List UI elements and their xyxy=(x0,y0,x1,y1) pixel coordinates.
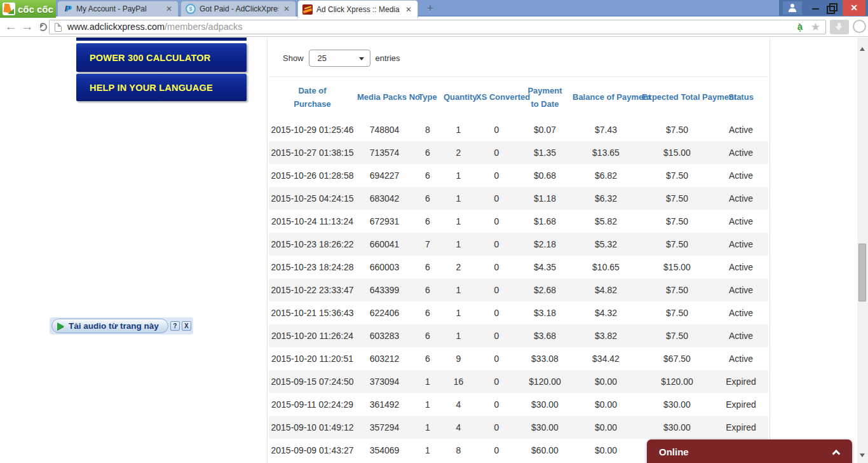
table-cell: 2015-09-11 02:24:29 xyxy=(269,393,356,416)
table-cell: 2015-10-21 15:36:43 xyxy=(269,301,356,324)
table-row: 2015-10-29 01:25:46748804810$0.07$7.43$7… xyxy=(269,118,768,141)
table-cell: Active xyxy=(714,301,768,324)
table-cell: $1.18 xyxy=(519,187,571,210)
close-button[interactable]: ✕ xyxy=(843,0,865,16)
table-cell: $120.00 xyxy=(641,370,714,393)
table-cell: 1 xyxy=(413,393,442,416)
chat-status-label: Online xyxy=(647,446,689,457)
table-cell: $5.32 xyxy=(571,233,641,256)
table-cell: 0 xyxy=(475,416,519,439)
chat-online-bar[interactable]: Online xyxy=(647,439,852,463)
table-cell: 2015-10-20 11:26:24 xyxy=(269,324,356,347)
scrollbar-thumb[interactable] xyxy=(858,244,866,301)
sidebar-item-help-in-your-language[interactable]: HELP IN YOUR LANGUAGE xyxy=(76,74,247,101)
coccoc-menu-button[interactable]: cốc cốc xyxy=(0,0,56,18)
play-audio-button[interactable]: Tải audio từ trang này xyxy=(51,319,168,333)
download-icon[interactable] xyxy=(830,20,849,34)
column-header[interactable]: Balance of Payment xyxy=(571,77,641,118)
table-cell: $0.00 xyxy=(571,439,641,462)
column-header[interactable]: XS Converted xyxy=(475,77,519,118)
table-cell: $67.50 xyxy=(641,347,714,370)
scroll-up-icon[interactable] xyxy=(857,41,868,52)
scroll-down-icon[interactable] xyxy=(857,450,868,460)
back-icon[interactable]: ← xyxy=(4,20,18,34)
table-cell: 2015-10-29 01:25:46 xyxy=(269,118,356,141)
table-cell: 2015-10-24 11:13:24 xyxy=(269,210,356,233)
table-row: 2015-10-23 18:24:28660003620$4.35$10.65$… xyxy=(269,256,768,279)
table-cell: 2015-10-25 04:24:15 xyxy=(269,187,356,210)
tab-adclickxpress-active[interactable]: Ad Click Xpress :: Media Pa ✕ xyxy=(297,0,418,18)
browser-toolbar: ← → www.adclickxpress.com/members/adpack… xyxy=(0,18,868,37)
table-cell: 0 xyxy=(475,210,519,233)
tab-title: My Account - PayPal xyxy=(76,4,161,13)
table-cell: 2015-10-26 01:28:58 xyxy=(269,164,356,187)
audio-close-button[interactable]: X xyxy=(182,321,191,331)
table-cell: 2015-10-27 01:38:15 xyxy=(269,141,356,164)
column-header[interactable]: Quantity xyxy=(442,77,475,118)
tab-close-icon[interactable]: ✕ xyxy=(282,4,291,13)
table-cell: 2015-10-23 18:26:22 xyxy=(269,233,356,256)
table-cell: $7.50 xyxy=(641,210,714,233)
table-cell: 6 xyxy=(413,164,442,187)
table-row: 2015-09-15 07:24:503730941160$120.00$0.0… xyxy=(269,370,768,393)
sidebar-button-partial[interactable] xyxy=(76,38,247,41)
sidebar-item-power-300-calculator[interactable]: POWER 300 CALCULATOR xyxy=(76,43,247,72)
column-header[interactable]: Expected Total Payment xyxy=(641,77,714,118)
table-cell: $120.00 xyxy=(519,370,571,393)
table-row: 2015-10-23 18:26:22660041710$2.18$5.32$7… xyxy=(269,233,768,256)
column-header[interactable]: Media Packs No xyxy=(356,77,413,118)
audio-help-button[interactable]: ? xyxy=(170,321,180,331)
table-cell: $30.00 xyxy=(519,416,571,439)
tab-close-icon[interactable]: ✕ xyxy=(165,4,173,13)
column-header[interactable]: Date ofPurchase xyxy=(269,77,356,118)
dollar-circle-icon: $ xyxy=(186,4,196,14)
table-cell: 748804 xyxy=(356,118,413,141)
table-cell: Active xyxy=(714,347,768,370)
bookmark-star-icon[interactable]: ★ xyxy=(811,20,820,34)
table-cell: 6 xyxy=(413,187,442,210)
table-cell: 603212 xyxy=(356,347,413,370)
table-cell: $30.00 xyxy=(519,393,571,416)
table-cell: Expired xyxy=(714,416,768,439)
tab-close-icon[interactable]: ✕ xyxy=(404,5,413,14)
minimize-button[interactable] xyxy=(808,0,824,16)
tab-title: Ad Click Xpress :: Media Pa xyxy=(316,5,400,14)
coccoc-accent-tool-icon[interactable]: ạ̀ xyxy=(797,21,803,32)
table-cell: $6.82 xyxy=(571,164,641,187)
table-cell: $15.00 xyxy=(641,141,714,164)
table-cell: 0 xyxy=(475,233,519,256)
table-cell: 0 xyxy=(475,439,519,462)
page-scrollbar[interactable] xyxy=(857,38,868,463)
table-cell: 0 xyxy=(475,256,519,279)
restore-button[interactable] xyxy=(824,0,840,16)
avatar[interactable] xyxy=(853,20,866,33)
table-cell: Active xyxy=(714,141,768,164)
table-cell: 2015-09-15 07:24:50 xyxy=(269,370,356,393)
table-cell: 0 xyxy=(475,118,519,141)
table-cell: 713574 xyxy=(356,141,413,164)
table-cell: 0 xyxy=(475,301,519,324)
tab-title: Got Paid - AdClickXpress - xyxy=(200,4,278,13)
table-cell: 373094 xyxy=(356,370,413,393)
table-cell: $30.00 xyxy=(641,416,714,439)
table-cell: $7.43 xyxy=(571,118,641,141)
table-cell: 8 xyxy=(413,118,442,141)
forward-icon[interactable]: → xyxy=(20,20,34,34)
new-tab-button[interactable]: + xyxy=(422,3,438,14)
table-cell: 6 xyxy=(413,347,442,370)
tab-paypal[interactable]: P My Account - PayPal ✕ xyxy=(57,1,179,17)
address-bar[interactable]: www.adclickxpress.com/members/adpacks ạ̀… xyxy=(49,20,826,34)
table-row: 2015-09-10 01:49:12357294140$30.00$0.00$… xyxy=(269,416,768,439)
table-cell: $7.50 xyxy=(641,301,714,324)
table-cell: $33.08 xyxy=(519,347,571,370)
table-cell: 8 xyxy=(442,439,475,462)
table-cell: 2 xyxy=(442,141,475,164)
table-row: 2015-10-21 15:36:43622406610$3.18$4.32$7… xyxy=(269,301,768,324)
page-size-select[interactable]: 25 xyxy=(309,50,370,67)
reload-icon[interactable] xyxy=(39,23,47,31)
profile-icon[interactable] xyxy=(783,1,802,15)
tab-got-paid[interactable]: $ Got Paid - AdClickXpress - ✕ xyxy=(180,1,296,17)
table-cell: $1.68 xyxy=(519,210,571,233)
table-row: 2015-10-26 01:28:58694227610$0.68$6.82$7… xyxy=(269,164,768,187)
table-cell: 683042 xyxy=(356,187,413,210)
